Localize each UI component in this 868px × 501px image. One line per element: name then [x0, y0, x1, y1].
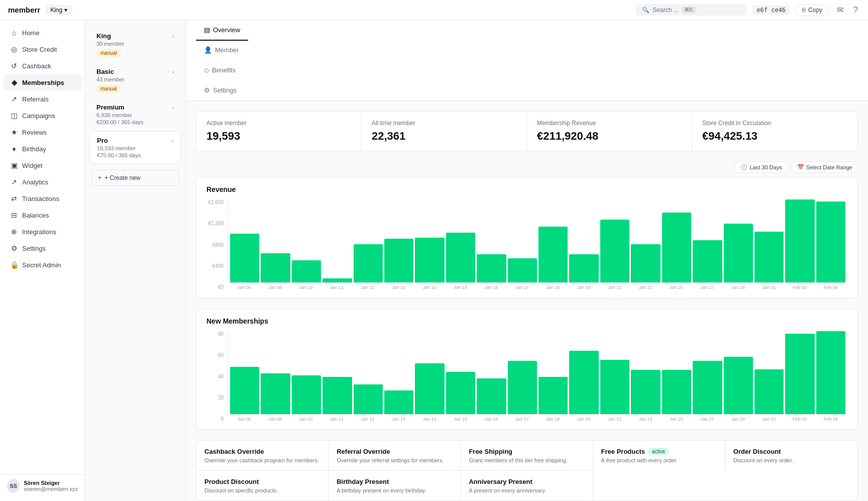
y-label: €1,200 — [206, 221, 224, 226]
x-label: Jan 31 — [754, 417, 784, 422]
balances-icon: ⊟ — [10, 211, 18, 219]
topbar-left: memberr King ▾ — [8, 5, 72, 15]
revenue-chart-section: Revenue €1,600€1,200€800€400€0 Jan 06Jan… — [196, 177, 858, 298]
membership-members-basic: 43 member — [96, 76, 174, 82]
sidebar-item-widget[interactable]: ▣Widget — [3, 157, 82, 173]
search-bar[interactable]: 🔍 Search ... ⌘K — [636, 4, 746, 16]
chart-bar — [724, 224, 753, 282]
date-range-button[interactable]: 📅 Select Date Range — [792, 161, 858, 173]
search-icon: 🔍 — [642, 7, 649, 14]
workspace-selector[interactable]: King ▾ — [45, 5, 72, 15]
active-badge: active — [648, 448, 669, 455]
benefit-product-discount[interactable]: Product Discount Discount on specific pr… — [196, 471, 329, 500]
chevron-icon: › — [172, 105, 174, 111]
tab-member[interactable]: 👤Member — [196, 40, 248, 61]
chart-bar — [662, 213, 691, 282]
topbar: memberr King ▾ 🔍 Search ... ⌘K e6f ce46 … — [0, 0, 868, 20]
settings-icon: ⚙ — [10, 244, 18, 252]
stats-row: Active member 19,593 All time member 22,… — [196, 111, 858, 151]
hash-badge: e6f ce46 — [752, 5, 790, 15]
memberships-list: King › 30 member manual Basic › 43 membe… — [85, 20, 186, 501]
sidebar-item-referrals[interactable]: ↗Referrals — [3, 91, 82, 107]
sidebar-item-store-credit[interactable]: ◎Store Credit — [3, 41, 82, 57]
x-label: Jan 21 — [600, 285, 629, 290]
membership-item-basic[interactable]: Basic › 43 member manual — [89, 63, 181, 97]
revenue-chart-area: Jan 06Jan 08Jan 10Jan 11Jan 12Jan 13Jan … — [228, 199, 847, 290]
benefits-grid: Cashback Override Override your cashback… — [196, 440, 858, 501]
last30-label: Last 30 Days — [749, 164, 782, 170]
revenue-y-axis: €1,600€1,200€800€400€0 — [206, 199, 228, 290]
sidebar-label-referrals: Referrals — [22, 95, 49, 103]
x-label: Jan 08 — [260, 417, 289, 422]
chart-bar — [693, 361, 722, 414]
x-label: Jan 29 — [723, 417, 752, 422]
x-label: Jan 10 — [291, 285, 320, 290]
help-button[interactable]: ? — [851, 4, 860, 17]
chart-bar — [569, 254, 598, 282]
overview-tab-icon: ▤ — [204, 26, 210, 34]
tabs: ▤Overview👤Member◇Benefits⚙Settings — [186, 20, 868, 101]
x-label: Jan 16 — [477, 285, 506, 290]
sidebar-item-balances[interactable]: ⊟Balances — [3, 207, 82, 223]
sidebar-item-reviews[interactable]: ★Reviews — [3, 124, 82, 140]
tab-settings[interactable]: ⚙Settings — [196, 80, 248, 101]
x-label: Jan 31 — [754, 285, 784, 290]
benefit-free-shipping[interactable]: Free Shipping Grant members of this tier… — [461, 441, 593, 471]
sidebar-item-campaigns[interactable]: ◫Campaigns — [3, 108, 82, 124]
chart-bar — [569, 351, 598, 414]
chart-bar — [322, 377, 352, 414]
sidebar-item-secret-admin[interactable]: 🔒Secret Admin — [3, 257, 82, 273]
revenue-chart-title: Revenue — [206, 185, 847, 193]
membership-name-king: King › — [96, 32, 174, 40]
x-label: Feb 02 — [785, 285, 814, 290]
chart-bar — [693, 240, 722, 283]
sidebar-item-memberships[interactable]: ◈Memberships — [3, 74, 82, 90]
revenue-x-labels: Jan 06Jan 08Jan 10Jan 11Jan 12Jan 13Jan … — [228, 283, 847, 290]
benefit-desc-free-products: A free product with every order. — [601, 457, 717, 463]
sidebar-item-birthday[interactable]: ♦Birthday — [3, 141, 82, 157]
memberships-chart-title: New Memberships — [206, 317, 847, 325]
benefit-order-discount[interactable]: Order Discount Discount on every order. — [725, 441, 857, 471]
x-label: Jan 12 — [353, 417, 382, 422]
main-content: ▤Overview👤Member◇Benefits⚙Settings Activ… — [186, 20, 868, 501]
benefit-birthday-present[interactable]: Birthday Present A birthday present on e… — [329, 471, 461, 500]
chart-bar — [508, 361, 537, 414]
benefit-anniversary-present[interactable]: Anniversary Present A present on every a… — [461, 471, 593, 500]
sidebar-label-balances: Balances — [22, 212, 49, 219]
sidebar-item-analytics[interactable]: ↗Analytics — [3, 174, 82, 190]
chart-bar — [600, 360, 629, 414]
sidebar-item-home[interactable]: ⌂Home — [3, 25, 82, 41]
chart-bar — [261, 373, 290, 414]
benefit-referral-override[interactable]: Referral Override Override your referral… — [329, 441, 461, 471]
last30-button[interactable]: 🕐 Last 30 Days — [735, 161, 787, 173]
membership-item-pro[interactable]: Pro › 19,593 member €75.00 / 365 days — [89, 131, 181, 164]
memberships-bars — [228, 331, 847, 415]
benefit-desc-order-discount: Discount on every order. — [733, 457, 849, 463]
copy-icon: ⎘ — [802, 7, 806, 14]
stat-revenue: Membership Revenue €211,920.48 — [527, 112, 692, 151]
benefit-free-products[interactable]: Free Products active A free product with… — [593, 441, 725, 471]
sidebar-item-integrations[interactable]: ⊕Integrations — [3, 224, 82, 240]
x-label: Jan 19 — [569, 417, 598, 422]
tab-overview[interactable]: ▤Overview — [196, 20, 248, 41]
mail-button[interactable]: ✉ — [835, 3, 845, 17]
tab-benefits[interactable]: ◇Benefits — [196, 60, 248, 81]
chart-bar — [754, 232, 784, 282]
membership-item-premium[interactable]: Premium › 6,936 member €200.00 / 365 day… — [89, 98, 181, 130]
memberships-x-labels: Jan 06Jan 08Jan 10Jan 11Jan 12Jan 13Jan … — [228, 415, 847, 422]
memberships-chart-axes: 806040200 Jan 06Jan 08Jan 10Jan 11Jan 12… — [206, 331, 847, 422]
membership-name-basic: Basic › — [96, 68, 174, 75]
sidebar-item-settings[interactable]: ⚙Settings — [3, 240, 82, 256]
calendar-icon: 📅 — [797, 164, 804, 170]
sidebar-item-cashback[interactable]: ↺Cashback — [3, 58, 82, 74]
revenue-chart-axes: €1,600€1,200€800€400€0 Jan 06Jan 08Jan 1… — [206, 199, 847, 290]
benefit-name-order-discount: Order Discount — [733, 448, 849, 455]
benefit-cashback-override[interactable]: Cashback Override Override your cashback… — [196, 441, 329, 471]
membership-item-king[interactable]: King › 30 member manual — [89, 27, 181, 62]
benefit-desc-product-discount: Discount on specific products. — [204, 487, 320, 493]
create-new-button[interactable]: + + Create new — [91, 170, 179, 186]
copy-button[interactable]: ⎘ Copy — [796, 4, 829, 16]
chart-bar — [477, 254, 506, 282]
benefits-tab-icon: ◇ — [204, 66, 209, 74]
sidebar-item-transactions[interactable]: ⇄Transactions — [3, 190, 82, 207]
